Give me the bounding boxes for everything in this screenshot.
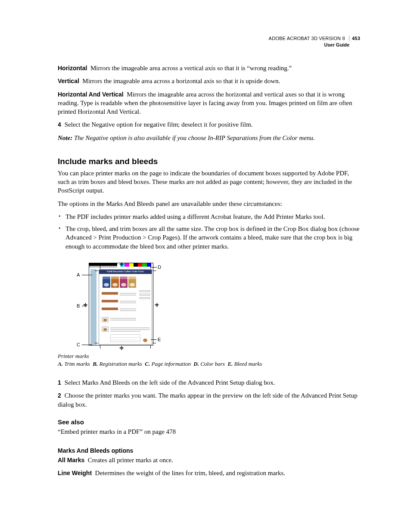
note-text: The Negative option is also available if… bbox=[74, 134, 315, 141]
step-1-text: Select Marks And Bleeds on the left side… bbox=[65, 379, 275, 386]
figure-caption: Printer marks A. Trim marks B. Registrat… bbox=[58, 352, 360, 368]
def-lineweight-text: Determines the weight of the lines for t… bbox=[95, 470, 286, 476]
figure: Kahili Mountain Coffee Order Form bbox=[77, 263, 360, 349]
def-lineweight: Line Weight Determines the weight of the… bbox=[58, 469, 360, 477]
annot-C: C bbox=[77, 342, 80, 347]
cap-C: Page information bbox=[151, 361, 190, 367]
page: ADOBE ACROBAT 3D VERSION 8 453 User Guid… bbox=[0, 0, 411, 532]
term-hv: Horizontal And Vertical bbox=[58, 91, 124, 98]
page-header: ADOBE ACROBAT 3D VERSION 8 453 User Guid… bbox=[269, 35, 360, 48]
step-4-number: 4 bbox=[58, 121, 61, 128]
page-number: 453 bbox=[349, 36, 360, 41]
def-vertical: Vertical Mirrors the imageable area acro… bbox=[58, 77, 360, 85]
cap-E: Bleed marks bbox=[234, 361, 262, 367]
def-allmarks: All Marks Creates all printer marks at o… bbox=[58, 456, 360, 464]
term-horizontal: Horizontal bbox=[58, 65, 87, 72]
annot-D: D bbox=[158, 264, 161, 270]
def-horizontal-text: Mirrors the imageable area across a vert… bbox=[90, 65, 292, 72]
step-4: 4Select the Negative option for negative… bbox=[58, 120, 360, 129]
term-lineweight: Line Weight bbox=[58, 470, 92, 476]
options-heading: Marks And Bleeds options bbox=[58, 447, 360, 454]
annot-E: E bbox=[158, 337, 161, 342]
note: Note: The Negative option is also availa… bbox=[58, 134, 360, 142]
see-also-heading: See also bbox=[58, 418, 360, 426]
bullet-list: The PDF includes printer marks added usi… bbox=[58, 212, 360, 251]
section-heading: Include marks and bleeds bbox=[58, 157, 360, 166]
step-2-number: 2 bbox=[58, 392, 61, 399]
step-2-text: Choose the printer marks you want. The m… bbox=[58, 392, 358, 408]
figure-caption-title: Printer marks bbox=[58, 352, 360, 360]
figure-image: Kahili Mountain Coffee Order Form bbox=[77, 263, 163, 349]
cap-A: Trim marks bbox=[64, 361, 90, 367]
cap-D: Color bars bbox=[200, 361, 225, 367]
term-vertical: Vertical bbox=[58, 78, 79, 84]
see-also-link: “Embed printer marks in a PDF” on page 4… bbox=[58, 427, 360, 436]
header-product: ADOBE ACROBAT 3D VERSION 8 bbox=[269, 36, 345, 41]
step-4-text: Select the Negative option for negative … bbox=[65, 121, 253, 128]
header-guide: User Guide bbox=[269, 42, 360, 48]
bullet-1: The PDF includes printer marks added usi… bbox=[64, 212, 360, 221]
def-hv: Horizontal And Vertical Mirrors the imag… bbox=[58, 90, 360, 116]
step-1-number: 1 bbox=[58, 379, 61, 386]
section-p1: You can place printer marks on the page … bbox=[58, 169, 360, 195]
def-horizontal: Horizontal Mirrors the imageable area ac… bbox=[58, 64, 360, 72]
bullet-2: The crop, bleed, and trim boxes are all … bbox=[64, 224, 360, 251]
content: Horizontal Mirrors the imageable area ac… bbox=[58, 35, 360, 478]
cap-B: Registration marks bbox=[99, 361, 142, 367]
def-allmarks-text: Creates all printer marks at once. bbox=[88, 457, 173, 464]
term-allmarks: All Marks bbox=[58, 457, 84, 464]
figure-inner-title: Kahili Mountain Coffee Order Form bbox=[99, 270, 152, 273]
def-vertical-text: Mirrors the imageable area across a hori… bbox=[82, 78, 280, 84]
step-2: 2Choose the printer marks you want. The … bbox=[58, 391, 360, 409]
section-p2: The options in the Marks And Bleeds pane… bbox=[58, 199, 360, 208]
annot-A: A bbox=[77, 272, 80, 277]
annot-B: B bbox=[77, 303, 80, 308]
note-label: Note: bbox=[58, 134, 72, 141]
step-1: 1Select Marks And Bleeds on the left sid… bbox=[58, 378, 360, 387]
